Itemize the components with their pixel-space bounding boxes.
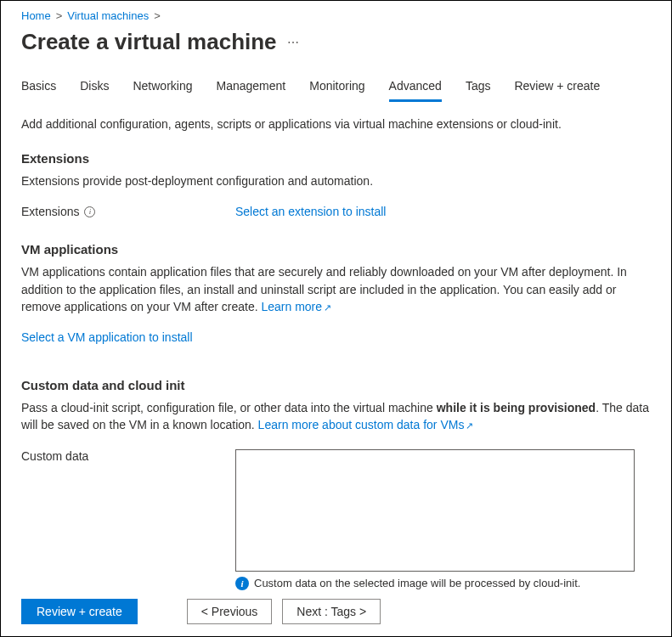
vm-apps-learn-more-link[interactable]: Learn more↗	[261, 300, 331, 313]
extensions-title: Extensions	[21, 151, 651, 166]
tab-basics[interactable]: Basics	[21, 79, 56, 102]
breadcrumb-virtual-machines[interactable]: Virtual machines	[67, 9, 149, 22]
info-icon[interactable]: i	[84, 206, 95, 217]
page-title: Create a virtual machine	[21, 29, 277, 55]
breadcrumb: Home > Virtual machines >	[21, 9, 651, 22]
tab-advanced[interactable]: Advanced	[389, 79, 442, 102]
chevron-right-icon: >	[154, 9, 161, 22]
chevron-right-icon: >	[56, 9, 63, 22]
external-link-icon: ↗	[324, 302, 331, 313]
vm-applications-section: VM applications VM applications contain …	[21, 242, 651, 344]
next-button[interactable]: Next : Tags >	[282, 599, 381, 624]
previous-button[interactable]: < Previous	[187, 599, 273, 624]
vm-applications-title: VM applications	[21, 242, 651, 256]
select-vm-application-link[interactable]: Select a VM application to install	[21, 330, 193, 344]
custom-data-label: Custom data	[21, 449, 235, 463]
custom-data-learn-more-link[interactable]: Learn more about custom data for VMs↗	[258, 418, 474, 431]
vm-applications-desc: VM applications contain application file…	[21, 263, 651, 315]
footer-actions: Review + create < Previous Next : Tags >	[1, 587, 671, 636]
tab-tags[interactable]: Tags	[466, 79, 491, 102]
tab-management[interactable]: Management	[217, 79, 286, 102]
breadcrumb-home[interactable]: Home	[21, 9, 51, 22]
tab-networking[interactable]: Networking	[133, 79, 192, 102]
review-create-button[interactable]: Review + create	[21, 599, 138, 624]
extensions-label: Extensions i	[21, 205, 235, 218]
extensions-desc: Extensions provide post-deployment confi…	[21, 172, 651, 189]
custom-data-section: Custom data and cloud init Pass a cloud-…	[21, 378, 651, 590]
tab-monitoring[interactable]: Monitoring	[309, 79, 364, 102]
custom-data-textarea[interactable]	[235, 449, 635, 572]
custom-data-desc: Pass a cloud-init script, configuration …	[21, 399, 651, 434]
more-actions-icon[interactable]: ⋯	[287, 36, 299, 49]
select-extension-link[interactable]: Select an extension to install	[235, 205, 386, 218]
tab-disks[interactable]: Disks	[80, 79, 109, 102]
custom-data-title: Custom data and cloud init	[21, 378, 651, 392]
intro-text: Add additional configuration, agents, sc…	[21, 117, 651, 131]
tab-bar: Basics Disks Networking Management Monit…	[21, 79, 651, 102]
tab-review[interactable]: Review + create	[514, 79, 600, 102]
external-link-icon: ↗	[466, 420, 473, 431]
extensions-section: Extensions Extensions provide post-deplo…	[21, 151, 651, 218]
